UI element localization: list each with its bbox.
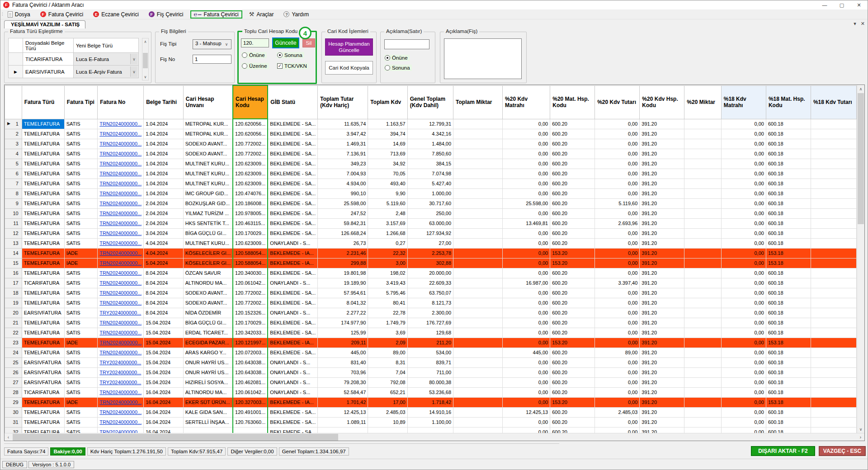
invoice-link[interactable]: TRN2024000000...: [99, 141, 142, 146]
cell-cari-hesap-kodu[interactable]: 120.327003...: [233, 397, 268, 407]
cell-miktar20[interactable]: [684, 248, 721, 258]
cell-cari-hesap-kodu[interactable]: 120.588054...: [233, 248, 268, 258]
cell-mat18-hsp-kodu[interactable]: 600.18: [766, 238, 811, 248]
disari-aktar-button[interactable]: DIŞARI AKTAR - F2: [751, 446, 815, 456]
cell-cari-hesap-kodu[interactable]: 120.342033...: [233, 328, 268, 338]
cell-toplam-tutar-kdv-haric[interactable]: 2.231,46: [318, 248, 368, 258]
invoice-link[interactable]: TRN2024000000...: [99, 131, 142, 136]
cell-cari-hesap-unvani[interactable]: ERDAL TİCARET...: [183, 328, 233, 338]
cell-gib-statu[interactable]: BEKLEMEDE - SA...: [268, 198, 317, 208]
cell-kdv20-hsp-kodu[interactable]: 391.20: [640, 387, 684, 397]
cell-fatura-turu[interactable]: TEMELFATURA: [22, 228, 64, 238]
mapping-source-value[interactable]: EARSIVFATURA: [23, 66, 74, 78]
cell-kdv18-tutari[interactable]: [811, 218, 856, 228]
cell-kdv18-tutari[interactable]: [811, 348, 856, 357]
row-selector[interactable]: 30: [5, 407, 22, 417]
cell-fatura-no[interactable]: TRN2024000000...: [98, 218, 144, 228]
cell-genel-toplam-kdv-dahil[interactable]: 711,00: [407, 367, 453, 377]
cell-gib-statu[interactable]: BEKLEMEDE - SA...: [268, 228, 317, 238]
cell-fatura-tipi[interactable]: SATIS: [64, 427, 98, 433]
cell-cari-hesap-kodu[interactable]: 120.643038...: [233, 367, 268, 377]
cell-mat18-hsp-kodu[interactable]: 600.18: [766, 179, 811, 188]
cell-gib-statu[interactable]: ONAYLANDI - S...: [268, 367, 317, 377]
cell-fatura-tipi[interactable]: SATIS: [64, 169, 98, 179]
cell-mat18-hsp-kodu[interactable]: 600.18: [766, 298, 811, 308]
cell-miktar20[interactable]: [684, 139, 721, 149]
cell-toplam-tutar-kdv-haric[interactable]: 19.801,98: [318, 268, 368, 278]
cell-toplam-kdv[interactable]: 5.795,46: [368, 288, 407, 298]
cell-fatura-no[interactable]: TRN2024000000...: [98, 258, 144, 268]
cell-cari-hesap-kodu[interactable]: 120.491001...: [233, 407, 268, 417]
cell-gib-statu[interactable]: BEKLEMEDE - SA...: [268, 139, 317, 149]
cell-kdv20-tutari[interactable]: 0,00: [595, 228, 640, 238]
cell-kdv18-tutari[interactable]: [811, 139, 856, 149]
cell-toplam-tutar-kdv-haric[interactable]: 12.425,13: [318, 407, 368, 417]
cell-gib-statu[interactable]: BEKLEMEDE - SA...: [268, 427, 317, 433]
cell-cari-hesap-kodu[interactable]: 120.152326...: [233, 308, 268, 318]
tab-close-icon[interactable]: ✕: [861, 21, 865, 27]
cell-kdv18-matrahi[interactable]: 0,00: [721, 169, 766, 179]
menu-eczane-cevirici[interactable]: E Eczane Çevirici: [90, 10, 142, 19]
cell-miktar20[interactable]: [684, 198, 721, 208]
cell-kdv18-matrahi[interactable]: 0,00: [721, 318, 766, 328]
cell-mat18-hsp-kodu[interactable]: 600.18: [766, 348, 811, 357]
col-fatura-no[interactable]: Fatura No: [98, 85, 144, 119]
cell-mat20-hsp-kodu[interactable]: 600.20: [550, 298, 595, 308]
invoice-link[interactable]: TRN2024000000...: [99, 409, 142, 415]
cell-toplam-tutar-kdv-haric[interactable]: 126.668,24: [318, 228, 368, 238]
cell-cari-hesap-unvani[interactable]: [183, 427, 233, 433]
cell-mat20-hsp-kodu[interactable]: 600.20: [550, 288, 595, 298]
cell-toplam-tutar-kdv-haric[interactable]: 25.598,00: [318, 198, 368, 208]
cell-toplam-kdv[interactable]: 652,21: [368, 387, 407, 397]
cell-genel-toplam-kdv-dahil[interactable]: 8.121,73: [407, 298, 453, 308]
cell-belge-tarihi[interactable]: 15.04.2024: [144, 367, 184, 377]
cell-cari-hesap-unvani[interactable]: MULTINET KURU...: [183, 159, 233, 169]
cell-fatura-no[interactable]: TRN2024000000...: [98, 238, 144, 248]
invoice-link[interactable]: TRN2024000000...: [99, 191, 142, 196]
cell-cari-hesap-kodu[interactable]: 120.061042...: [233, 278, 268, 288]
invoice-link[interactable]: TRN2024000000...: [99, 250, 142, 256]
cell-kdv18-matrahi[interactable]: 0,00: [721, 149, 766, 159]
cell-belge-tarihi[interactable]: 4.04.2024: [144, 248, 184, 258]
cell-kdv20-matrahi[interactable]: 0,00: [503, 208, 550, 218]
cell-belge-tarihi[interactable]: 8.04.2024: [144, 298, 184, 308]
cell-mat18-hsp-kodu[interactable]: 600.18: [766, 208, 811, 218]
cell-kdv18-tutari[interactable]: [811, 427, 856, 433]
cell-mat20-hsp-kodu[interactable]: 153.20: [550, 338, 595, 348]
cell-fatura-no[interactable]: TRN2024000000...: [98, 129, 144, 139]
cell-gib-statu[interactable]: BEKLEMEDE - IA...: [268, 338, 317, 348]
cell-toplam-tutar-kdv-haric[interactable]: 349,23: [318, 159, 368, 169]
cell-toplam-tutar-kdv-haric[interactable]: 2.277,22: [318, 308, 368, 318]
close-button[interactable]: ✕: [850, 0, 868, 9]
cell-mat18-hsp-kodu[interactable]: 600.18: [766, 407, 811, 417]
row-selector[interactable]: 14: [5, 248, 22, 258]
cell-fatura-no[interactable]: TRN2024000000...: [98, 278, 144, 288]
radio-satir-sonuna[interactable]: Sonuna: [384, 65, 412, 71]
cell-kdv20-hsp-kodu[interactable]: 391.20: [640, 248, 684, 258]
radio-uzerine[interactable]: Üzerine: [241, 63, 269, 69]
cell-kdv20-matrahi[interactable]: 0,00: [503, 268, 550, 278]
row-selector[interactable]: 22: [5, 328, 22, 338]
cari-kod-kopyala-button[interactable]: Cari Kod Kopyala: [325, 61, 373, 75]
cell-miktar20[interactable]: [684, 348, 721, 357]
cell-toplam-kdv[interactable]: 2,09: [368, 338, 407, 348]
cell-toplam-miktar[interactable]: [453, 357, 503, 367]
cell-fatura-tipi[interactable]: SATIS: [64, 357, 98, 367]
cell-mat18-hsp-kodu[interactable]: 600.18: [766, 218, 811, 228]
cell-miktar20[interactable]: [684, 338, 721, 348]
cell-kdv20-hsp-kodu[interactable]: 391.20: [640, 308, 684, 318]
cell-cari-hesap-unvani[interactable]: ARAS KARGO Y...: [183, 348, 233, 357]
cell-fatura-turu[interactable]: TICARIFATURA: [22, 278, 64, 288]
cell-genel-toplam-kdv-dahil[interactable]: 20.000,00: [407, 268, 453, 278]
menu-yardim[interactable]: ? Yardım: [280, 10, 312, 19]
cell-kdv18-matrahi[interactable]: 0,00: [721, 417, 766, 427]
scroll-right-icon[interactable]: ›: [857, 433, 864, 441]
cell-mat18-hsp-kodu[interactable]: 600.18: [766, 188, 811, 198]
cell-mat20-hsp-kodu[interactable]: 600.20: [550, 377, 595, 387]
cell-fatura-no[interactable]: TRN2024000000...: [98, 139, 144, 149]
cell-fatura-turu[interactable]: TEMELFATURA: [22, 288, 64, 298]
cell-toplam-miktar[interactable]: [453, 338, 503, 348]
cell-toplam-miktar[interactable]: [453, 308, 503, 318]
col-kdv18-tutari[interactable]: %18 Kdv Tutarı: [811, 85, 856, 119]
cell-fatura-no[interactable]: TRN2024000000...: [98, 387, 144, 397]
